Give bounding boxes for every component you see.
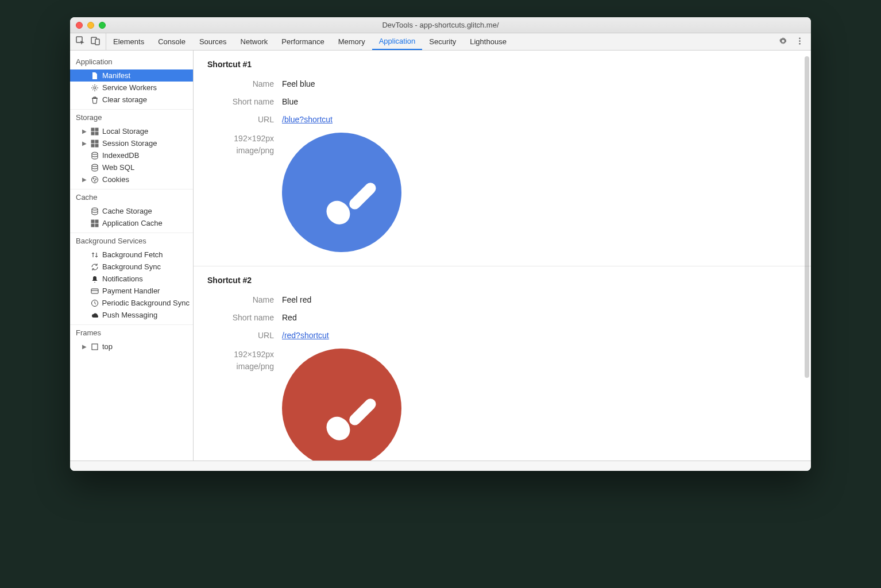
svg-point-30 bbox=[322, 196, 355, 229]
sidebar-item-label: Manifest bbox=[102, 71, 130, 80]
window-title: DevTools - app-shortcuts.glitch.me/ bbox=[70, 21, 811, 29]
svg-rect-29 bbox=[347, 180, 378, 211]
devtools-window: DevTools - app-shortcuts.glitch.me/ Elem… bbox=[70, 17, 811, 471]
sidebar-item-label: Web SQL bbox=[102, 163, 134, 172]
shortcut-icon-preview bbox=[282, 133, 401, 252]
svg-rect-25 bbox=[95, 224, 98, 227]
clock-icon bbox=[91, 299, 99, 307]
sidebar-item-local-storage[interactable]: ▶Local Storage bbox=[70, 125, 193, 137]
expand-caret-icon[interactable]: ▶ bbox=[82, 128, 87, 134]
tab-sources[interactable]: Sources bbox=[192, 33, 234, 50]
db-icon bbox=[91, 207, 99, 215]
db-icon bbox=[91, 152, 99, 160]
tab-console[interactable]: Console bbox=[151, 33, 192, 50]
shortcut-url-link[interactable]: /red?shortcut bbox=[282, 331, 329, 340]
svg-rect-13 bbox=[91, 144, 94, 147]
titlebar: DevTools - app-shortcuts.glitch.me/ bbox=[70, 17, 811, 33]
expand-caret-icon[interactable]: ▶ bbox=[82, 140, 87, 146]
sidebar-item-label: Cookies bbox=[102, 175, 129, 184]
svg-point-21 bbox=[92, 208, 98, 210]
panel-tabs: ElementsConsoleSourcesNetworkPerformance… bbox=[106, 33, 513, 50]
icon-mime: image/png bbox=[207, 361, 274, 373]
svg-rect-9 bbox=[91, 132, 94, 135]
shortcut-url-link[interactable]: /blue?shortcut bbox=[282, 115, 333, 124]
svg-point-3 bbox=[799, 37, 801, 39]
sidebar-item-clear-storage[interactable]: Clear storage bbox=[70, 94, 193, 106]
inspect-element-icon[interactable] bbox=[76, 36, 85, 47]
svg-rect-23 bbox=[95, 220, 98, 223]
device-toolbar-icon[interactable] bbox=[91, 36, 100, 47]
grid-icon bbox=[91, 219, 99, 227]
sidebar-item-label: Clear storage bbox=[102, 95, 147, 104]
field-label: URL bbox=[207, 115, 282, 124]
tab-application[interactable]: Application bbox=[372, 33, 423, 50]
svg-rect-2 bbox=[95, 39, 99, 45]
svg-rect-10 bbox=[95, 132, 98, 135]
svg-point-17 bbox=[92, 176, 98, 183]
shortcut-icon-preview bbox=[282, 349, 401, 461]
minimize-window-button[interactable] bbox=[87, 22, 94, 29]
shortcut-short-name: Blue bbox=[282, 97, 298, 106]
sync-icon bbox=[91, 263, 99, 271]
close-window-button[interactable] bbox=[76, 22, 83, 29]
svg-rect-8 bbox=[95, 128, 98, 131]
grid-icon bbox=[91, 127, 99, 136]
zoom-window-button[interactable] bbox=[99, 22, 106, 29]
sidebar-item-label: IndexedDB bbox=[102, 151, 139, 160]
tab-elements[interactable]: Elements bbox=[106, 33, 151, 50]
sidebar-item-label: Background Fetch bbox=[102, 250, 163, 259]
icon-mime: image/png bbox=[207, 145, 274, 157]
sidebar-item-background-sync[interactable]: Background Sync bbox=[70, 261, 193, 273]
sidebar-item-label: Periodic Background Sync bbox=[102, 299, 190, 307]
sidebar-item-push-messaging[interactable]: Push Messaging bbox=[70, 309, 193, 321]
tab-security[interactable]: Security bbox=[422, 33, 463, 50]
field-label: Name bbox=[207, 79, 282, 88]
sidebar-item-indexeddb[interactable]: IndexedDB bbox=[70, 149, 193, 161]
svg-rect-7 bbox=[91, 128, 94, 131]
sidebar-item-session-storage[interactable]: ▶Session Storage bbox=[70, 137, 193, 149]
updown-icon bbox=[91, 251, 99, 259]
tab-memory[interactable]: Memory bbox=[331, 33, 372, 50]
scrollbar[interactable] bbox=[805, 56, 809, 378]
tab-network[interactable]: Network bbox=[234, 33, 275, 50]
more-menu-icon[interactable] bbox=[795, 37, 804, 47]
expand-caret-icon[interactable]: ▶ bbox=[82, 176, 87, 183]
icon-size: 192×192px bbox=[207, 133, 274, 145]
sidebar-item-label: Background Sync bbox=[102, 262, 161, 271]
svg-point-6 bbox=[94, 87, 96, 89]
field-label: Short name bbox=[207, 97, 282, 106]
tab-performance[interactable]: Performance bbox=[275, 33, 331, 50]
sidebar-item-periodic-background-sync[interactable]: Periodic Background Sync bbox=[70, 297, 193, 309]
svg-point-16 bbox=[92, 164, 98, 167]
svg-point-32 bbox=[322, 412, 355, 445]
sidebar-item-label: Service Workers bbox=[102, 83, 157, 92]
application-sidebar: ApplicationManifestService WorkersClear … bbox=[70, 51, 194, 461]
card-icon bbox=[91, 287, 99, 295]
sidebar-group-background-services: Background Services bbox=[70, 233, 193, 249]
sidebar-item-label: Payment Handler bbox=[102, 287, 160, 295]
file-icon bbox=[91, 72, 99, 80]
sidebar-item-cache-storage[interactable]: Cache Storage bbox=[70, 205, 193, 217]
sidebar-item-notifications[interactable]: Notifications bbox=[70, 273, 193, 285]
svg-rect-12 bbox=[95, 140, 98, 143]
sidebar-item-web-sql[interactable]: Web SQL bbox=[70, 161, 193, 173]
svg-point-18 bbox=[93, 178, 94, 179]
svg-point-15 bbox=[92, 152, 98, 154]
sidebar-item-cookies[interactable]: ▶Cookies bbox=[70, 173, 193, 185]
gear-icon bbox=[91, 84, 99, 92]
cookie-icon bbox=[91, 176, 99, 184]
tab-lighthouse[interactable]: Lighthouse bbox=[463, 33, 513, 50]
expand-caret-icon[interactable]: ▶ bbox=[82, 343, 87, 350]
sidebar-item-top[interactable]: ▶top bbox=[70, 341, 193, 353]
sidebar-item-application-cache[interactable]: Application Cache bbox=[70, 217, 193, 229]
sidebar-group-cache: Cache bbox=[70, 189, 193, 205]
svg-point-19 bbox=[95, 179, 96, 180]
sidebar-item-payment-handler[interactable]: Payment Handler bbox=[70, 285, 193, 297]
shortcut-name: Feel red bbox=[282, 295, 311, 304]
sidebar-item-service-workers[interactable]: Service Workers bbox=[70, 82, 193, 94]
sidebar-item-manifest[interactable]: Manifest bbox=[70, 69, 193, 82]
settings-icon[interactable] bbox=[779, 37, 787, 47]
shortcut-name: Feel blue bbox=[282, 79, 315, 88]
sidebar-item-background-fetch[interactable]: Background Fetch bbox=[70, 249, 193, 261]
shortcut-block-1: Shortcut #1 NameFeel blue Short nameBlue… bbox=[194, 51, 811, 266]
